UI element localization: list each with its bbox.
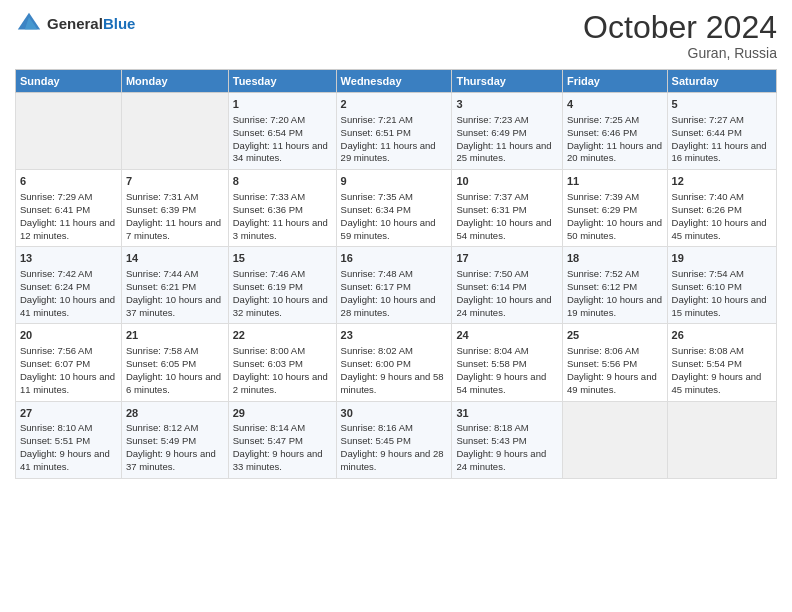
day-number: 15 bbox=[233, 251, 332, 266]
cell-1-4: 2Sunrise: 7:21 AMSunset: 6:51 PMDaylight… bbox=[336, 93, 452, 170]
cell-text: Daylight: 11 hours and 3 minutes. bbox=[233, 217, 332, 243]
cell-text: Daylight: 11 hours and 20 minutes. bbox=[567, 140, 663, 166]
cell-text: Daylight: 9 hours and 45 minutes. bbox=[672, 371, 772, 397]
cell-text: Sunrise: 7:48 AM bbox=[341, 268, 448, 281]
cell-text: Sunset: 5:47 PM bbox=[233, 435, 332, 448]
cell-text: Sunset: 5:54 PM bbox=[672, 358, 772, 371]
week-row-2: 6Sunrise: 7:29 AMSunset: 6:41 PMDaylight… bbox=[16, 170, 777, 247]
cell-text: Sunset: 6:36 PM bbox=[233, 204, 332, 217]
cell-text: Sunset: 5:58 PM bbox=[456, 358, 558, 371]
cell-text: Sunset: 6:03 PM bbox=[233, 358, 332, 371]
cell-4-4: 23Sunrise: 8:02 AMSunset: 6:00 PMDayligh… bbox=[336, 324, 452, 401]
cell-3-1: 13Sunrise: 7:42 AMSunset: 6:24 PMDayligh… bbox=[16, 247, 122, 324]
cell-1-2 bbox=[121, 93, 228, 170]
cell-text: Sunrise: 8:08 AM bbox=[672, 345, 772, 358]
cell-5-4: 30Sunrise: 8:16 AMSunset: 5:45 PMDayligh… bbox=[336, 401, 452, 478]
cell-1-5: 3Sunrise: 7:23 AMSunset: 6:49 PMDaylight… bbox=[452, 93, 563, 170]
day-number: 1 bbox=[233, 97, 332, 112]
day-number: 12 bbox=[672, 174, 772, 189]
cell-text: Daylight: 10 hours and 15 minutes. bbox=[672, 294, 772, 320]
cell-text: Daylight: 9 hours and 41 minutes. bbox=[20, 448, 117, 474]
day-number: 17 bbox=[456, 251, 558, 266]
day-number: 19 bbox=[672, 251, 772, 266]
day-number: 10 bbox=[456, 174, 558, 189]
logo-icon bbox=[15, 10, 43, 38]
cell-text: Daylight: 10 hours and 24 minutes. bbox=[456, 294, 558, 320]
week-row-5: 27Sunrise: 8:10 AMSunset: 5:51 PMDayligh… bbox=[16, 401, 777, 478]
cell-text: Sunrise: 7:56 AM bbox=[20, 345, 117, 358]
day-number: 22 bbox=[233, 328, 332, 343]
cell-text: Sunset: 6:19 PM bbox=[233, 281, 332, 294]
cell-text: Sunrise: 7:52 AM bbox=[567, 268, 663, 281]
cell-text: Daylight: 11 hours and 7 minutes. bbox=[126, 217, 224, 243]
cell-text: Sunrise: 7:27 AM bbox=[672, 114, 772, 127]
day-number: 3 bbox=[456, 97, 558, 112]
day-number: 18 bbox=[567, 251, 663, 266]
cell-text: Sunrise: 7:44 AM bbox=[126, 268, 224, 281]
cell-2-4: 9Sunrise: 7:35 AMSunset: 6:34 PMDaylight… bbox=[336, 170, 452, 247]
cell-2-2: 7Sunrise: 7:31 AMSunset: 6:39 PMDaylight… bbox=[121, 170, 228, 247]
cell-1-3: 1Sunrise: 7:20 AMSunset: 6:54 PMDaylight… bbox=[228, 93, 336, 170]
cell-text: Sunrise: 8:04 AM bbox=[456, 345, 558, 358]
cell-text: Sunset: 6:51 PM bbox=[341, 127, 448, 140]
cell-text: Daylight: 10 hours and 6 minutes. bbox=[126, 371, 224, 397]
cell-2-5: 10Sunrise: 7:37 AMSunset: 6:31 PMDayligh… bbox=[452, 170, 563, 247]
cell-text: Sunset: 6:44 PM bbox=[672, 127, 772, 140]
cell-text: Sunset: 6:00 PM bbox=[341, 358, 448, 371]
cell-3-2: 14Sunrise: 7:44 AMSunset: 6:21 PMDayligh… bbox=[121, 247, 228, 324]
cell-text: Daylight: 9 hours and 33 minutes. bbox=[233, 448, 332, 474]
cell-text: Sunrise: 7:42 AM bbox=[20, 268, 117, 281]
cell-5-3: 29Sunrise: 8:14 AMSunset: 5:47 PMDayligh… bbox=[228, 401, 336, 478]
cell-text: Sunset: 6:54 PM bbox=[233, 127, 332, 140]
cell-text: Sunrise: 7:37 AM bbox=[456, 191, 558, 204]
cell-text: Daylight: 10 hours and 59 minutes. bbox=[341, 217, 448, 243]
cell-text: Daylight: 9 hours and 49 minutes. bbox=[567, 371, 663, 397]
cell-text: Daylight: 9 hours and 37 minutes. bbox=[126, 448, 224, 474]
cell-4-2: 21Sunrise: 7:58 AMSunset: 6:05 PMDayligh… bbox=[121, 324, 228, 401]
cell-text: Sunrise: 8:14 AM bbox=[233, 422, 332, 435]
cell-text: Sunset: 6:17 PM bbox=[341, 281, 448, 294]
main-title: October 2024 bbox=[583, 10, 777, 45]
day-number: 13 bbox=[20, 251, 117, 266]
week-row-1: 1Sunrise: 7:20 AMSunset: 6:54 PMDaylight… bbox=[16, 93, 777, 170]
header-row: SundayMondayTuesdayWednesdayThursdayFrid… bbox=[16, 70, 777, 93]
cell-text: Sunrise: 8:18 AM bbox=[456, 422, 558, 435]
cell-text: Sunrise: 8:02 AM bbox=[341, 345, 448, 358]
logo-blue: Blue bbox=[103, 15, 136, 32]
day-number: 27 bbox=[20, 406, 117, 421]
cell-1-7: 5Sunrise: 7:27 AMSunset: 6:44 PMDaylight… bbox=[667, 93, 776, 170]
cell-text: Sunset: 6:05 PM bbox=[126, 358, 224, 371]
cell-text: Sunset: 6:12 PM bbox=[567, 281, 663, 294]
day-number: 14 bbox=[126, 251, 224, 266]
cell-2-6: 11Sunrise: 7:39 AMSunset: 6:29 PMDayligh… bbox=[562, 170, 667, 247]
cell-text: Sunset: 6:41 PM bbox=[20, 204, 117, 217]
day-number: 20 bbox=[20, 328, 117, 343]
cell-text: Sunset: 6:46 PM bbox=[567, 127, 663, 140]
cell-2-7: 12Sunrise: 7:40 AMSunset: 6:26 PMDayligh… bbox=[667, 170, 776, 247]
cell-text: Daylight: 10 hours and 28 minutes. bbox=[341, 294, 448, 320]
cell-text: Sunrise: 7:58 AM bbox=[126, 345, 224, 358]
cell-text: Sunrise: 7:46 AM bbox=[233, 268, 332, 281]
cell-text: Daylight: 11 hours and 29 minutes. bbox=[341, 140, 448, 166]
week-row-3: 13Sunrise: 7:42 AMSunset: 6:24 PMDayligh… bbox=[16, 247, 777, 324]
cell-text: Sunset: 6:31 PM bbox=[456, 204, 558, 217]
cell-3-6: 18Sunrise: 7:52 AMSunset: 6:12 PMDayligh… bbox=[562, 247, 667, 324]
cell-text: Sunrise: 7:40 AM bbox=[672, 191, 772, 204]
cell-text: Sunrise: 7:54 AM bbox=[672, 268, 772, 281]
day-number: 8 bbox=[233, 174, 332, 189]
day-number: 28 bbox=[126, 406, 224, 421]
logo-general: General bbox=[47, 15, 103, 32]
cell-text: Sunrise: 7:21 AM bbox=[341, 114, 448, 127]
cell-5-1: 27Sunrise: 8:10 AMSunset: 5:51 PMDayligh… bbox=[16, 401, 122, 478]
page: GeneralBlue October 2024 Guran, Russia S… bbox=[0, 0, 792, 612]
day-number: 11 bbox=[567, 174, 663, 189]
cell-text: Sunrise: 7:20 AM bbox=[233, 114, 332, 127]
day-number: 21 bbox=[126, 328, 224, 343]
title-area: October 2024 Guran, Russia bbox=[583, 10, 777, 61]
cell-2-3: 8Sunrise: 7:33 AMSunset: 6:36 PMDaylight… bbox=[228, 170, 336, 247]
cell-text: Daylight: 9 hours and 24 minutes. bbox=[456, 448, 558, 474]
day-number: 24 bbox=[456, 328, 558, 343]
cell-text: Sunset: 6:21 PM bbox=[126, 281, 224, 294]
cell-text: Daylight: 10 hours and 41 minutes. bbox=[20, 294, 117, 320]
cell-1-6: 4Sunrise: 7:25 AMSunset: 6:46 PMDaylight… bbox=[562, 93, 667, 170]
